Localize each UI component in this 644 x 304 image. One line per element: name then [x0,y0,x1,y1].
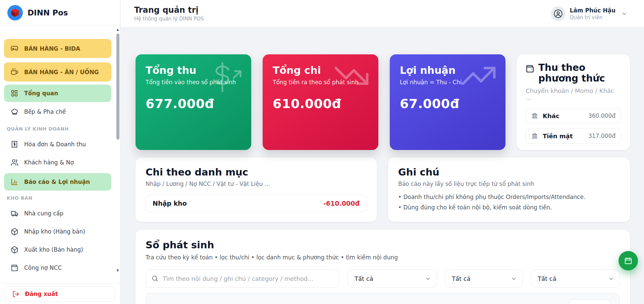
dollar-trend-icon [208,62,243,93]
sidebar-item-label: Xuất kho (Bán hàng) [24,246,83,253]
stat-subtitle: Lợi nhuận = Thu - Chi [400,79,495,86]
scroll-up-arrow-icon[interactable]: ▲ [116,28,120,32]
sidebar-item-label: Nhà cung cấp [24,210,63,217]
wallet-icon [526,64,534,73]
note-bullet: • Doanh thu/chi phí không phụ thuộc Orde… [398,194,620,200]
card-title: Chi theo danh mục [146,166,367,178]
sidebar-item-bep-pha-che[interactable]: Bếp & Pha chế [4,104,111,119]
logo-row: DINN Pos [0,0,120,26]
wallet-icon [10,264,19,272]
pagination-status: Đang xem 1–8 / 8 [513,303,564,304]
gamepad-icon [10,45,19,53]
sidebar-item-label: Báo cáo & Lợi nhuận [24,179,90,185]
ledger-card: Sổ phát sinh Tra cứu theo kỳ kế toán • l… [136,230,630,304]
stat-subtitle: Tổng tiền vào theo sổ phát sinh [146,79,241,86]
sidebar-item-bao-cao-loi-nhuan[interactable]: Báo cáo & Lợi nhuận [4,173,111,191]
logout-area: Đăng xuất [0,284,120,304]
app-name: DINN Pos [28,8,68,17]
main-content: Tổng thu Tổng tiền vào theo sổ phát sinh… [121,28,644,304]
transactions-title: Danh sách giao dịch [155,302,513,304]
stat-card-profit: Lợi nhuận Lợi nhuận = Thu - Chi 67.000đ [390,54,505,150]
chevron-down-icon [425,276,431,282]
filter-method-select[interactable]: Tất cả [531,269,620,288]
sidebar-item-cong-no-ncc[interactable]: Công nợ NCC [4,260,111,275]
calendar-icon [624,257,632,265]
filter-type-select[interactable]: Tất cả [347,269,437,288]
search-input[interactable] [146,269,339,288]
sidebar-menu: BÁN HÀNG - BIDA BÁN HÀNG - ĂN / UỐNG Tổn… [0,26,115,284]
sidebar-item-xuat-kho[interactable]: Xuất kho (Bán hàng) [4,242,111,257]
stat-value: 67.000đ [400,96,495,111]
sidebar-item-label: Công nợ NCC [24,264,62,271]
card-title: Ghi chú [398,166,620,178]
trending-down-icon [333,62,370,90]
calendar-fab-button[interactable] [619,251,638,270]
sidebar-item-label: Tổng quan [24,90,58,97]
truck-icon [10,210,19,217]
bank-icon [531,133,538,139]
page-subtitle: Hệ thống quản lý DINN POS [134,16,204,22]
ledger-subtitle: Tra cứu theo kỳ kế toán • lọc thu/chi • … [146,254,620,261]
sidebar-item-nhap-kho[interactable]: Nhập kho (Hàng bán) [4,224,111,239]
package-icon [10,246,19,254]
admin-dashboard: DINN Pos BÁN HÀNG - BIDA BÁN HÀNG - ĂN /… [0,0,644,304]
filter-category-select[interactable]: Tất cả [445,269,523,288]
sidebar-scrollbar-thumb[interactable] [116,34,119,140]
stat-subtitle: Tổng tiền ra theo sổ phát sinh [273,79,368,86]
card-subtitle: Nhập / Lương / Nợ NCC / Vật tư - Vật Liệ… [146,181,367,187]
note-bullet: • Dùng đúng cho kế toán nội bộ, kiểm soá… [398,204,620,211]
reload-button[interactable]: Tải lại [570,299,611,304]
filter-value: Tất cả [355,275,373,282]
payment-method-value: 360.000đ [588,112,615,119]
chevron-down-icon [621,11,627,17]
logout-label: Đăng xuất [25,291,58,297]
stat-card-expense: Tổng chi Tổng tiền ra theo sổ phát sinh … [263,54,378,150]
card-subtitle: Báo cáo này lấy số liệu trực tiếp từ sổ … [398,181,620,187]
sidebar-item-nha-cung-cap[interactable]: Nhà cung cấp [4,206,111,221]
ledger-title: Sổ phát sinh [146,239,620,251]
top-header: Trang quản trị Hệ thống quản lý DINN POS… [121,0,644,28]
transactions-panel: Danh sách giao dịch Đang xem 1–8 / 8 Tải… [146,293,620,304]
expense-by-category-card: Chi theo danh mục Nhập / Lương / Nợ NCC … [136,158,377,222]
sidebar-section-label: QUẢN LÝ KINH DOANH [7,126,111,132]
trending-up-icon [460,62,497,90]
notes-card: Ghi chú Báo cáo này lấy số liệu trực tiế… [388,158,630,222]
card-title: Thu theo phương thức [538,62,621,84]
sidebar-item-tong-quan[interactable]: Tổng quan [4,85,111,102]
bar-chart-icon [10,178,19,186]
sidebar-item-label: Nhập kho (Hàng bán) [24,228,85,235]
payment-method-label: Tiền mặt [543,133,584,140]
sidebar-item-hoa-don-doanh-thu[interactable]: Hóa đơn & Doanh thu [4,137,111,152]
user-menu[interactable]: Lâm Phúc Hậu Quản trị viên [551,0,627,28]
page-title: Trang quản trị [134,5,204,15]
grid-icon [10,90,19,97]
sidebar-section-label: KHO BÁN [7,195,111,201]
user-circle-icon [553,9,563,18]
stat-value: 677.000đ [146,96,241,111]
receipt-icon [10,141,19,148]
payment-method-label: Khác [543,112,584,119]
users-icon [10,159,19,166]
package-icon [10,228,19,236]
sidebar-item-khach-hang-no[interactable]: Khách hàng & Nợ [4,155,111,170]
user-role: Quản trị viên [570,14,615,20]
card-subtitle: Chuyển khoản / Momo / Khác ... [526,87,621,101]
scroll-down-arrow-icon[interactable]: ▼ [116,268,120,272]
sidebar: DINN Pos BÁN HÀNG - BIDA BÁN HÀNG - ĂN /… [0,0,120,304]
search-box [146,269,339,288]
sidebar-item-ban-hang-an-uong[interactable]: BÁN HÀNG - ĂN / UỐNG [4,62,111,82]
sidebar-item-label: Hóa đơn & Doanh thu [24,141,86,148]
filter-value: Tất cả [452,275,471,282]
payment-method-value: 317.000đ [588,133,615,139]
category-row: Nhập kho -610.000đ [146,195,367,212]
sidebar-item-label: Bếp & Pha chế [24,108,66,115]
logout-button[interactable]: Đăng xuất [5,286,115,302]
search-icon [151,275,159,282]
chevron-down-icon [511,276,517,282]
stat-value: 610.000đ [273,96,368,111]
sidebar-item-label: BÁN HÀNG - ĂN / UỐNG [24,69,99,75]
sidebar-item-label: Khách hàng & Nợ [24,159,74,166]
payment-methods-card: Thu theo phương thức Chuyển khoản / Momo… [517,54,630,150]
app-logo-icon [7,5,23,20]
sidebar-item-ban-hang-bida[interactable]: BÁN HÀNG - BIDA [4,39,111,58]
